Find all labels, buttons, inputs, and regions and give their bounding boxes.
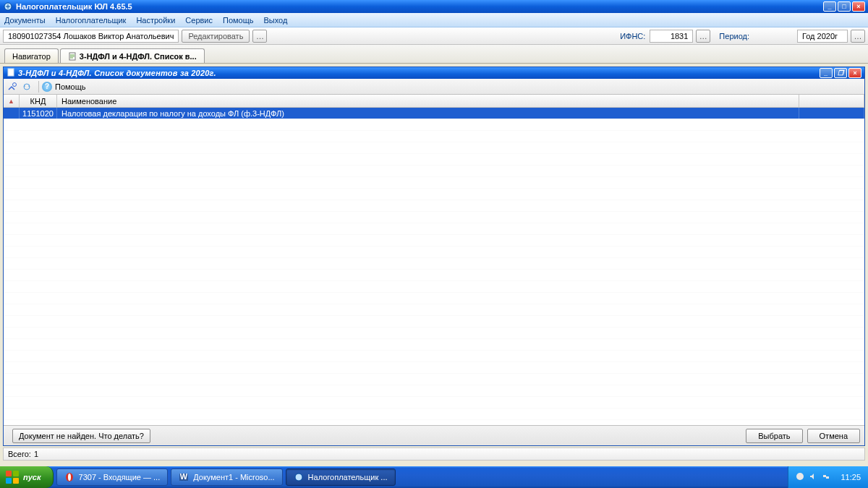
child-minimize-button[interactable]: _: [820, 68, 833, 78]
svg-rect-2: [8, 69, 14, 76]
window-title: Налогоплательщик ЮЛ 4.65.5: [16, 2, 132, 11]
child-window: 3-НДФЛ и 4-НДФЛ. Список документов за 20…: [3, 67, 865, 446]
refresh-icon[interactable]: [21, 81, 33, 93]
app-icon: [294, 472, 304, 482]
windows-taskbar: пуск 7307 - Входящие — ... W Документ1 -…: [0, 466, 868, 488]
menu-exit[interactable]: Выход: [264, 16, 288, 25]
menu-taxpayer[interactable]: Налогоплательщик: [56, 16, 127, 25]
clock[interactable]: 11:25: [841, 473, 861, 481]
system-tray: 11:25: [788, 466, 868, 488]
taxpayer-ellipsis-button[interactable]: …: [252, 30, 267, 43]
network-icon[interactable]: [822, 472, 832, 482]
menu-bar: Документы Налогоплательщик Настройки Сер…: [0, 13, 868, 27]
svg-point-4: [24, 84, 30, 90]
tab-ndfl[interactable]: 3-НДФЛ и 4-НДФЛ. Список в...: [60, 48, 205, 63]
taskbar-label: 7307 - Входящие — ...: [79, 473, 161, 481]
close-button[interactable]: ×: [852, 1, 865, 12]
svg-rect-11: [823, 475, 826, 477]
tray-icon[interactable]: [796, 472, 806, 482]
row-marker: [4, 108, 20, 119]
word-icon: W: [179, 472, 189, 482]
grid-body[interactable]: 1151020 Налоговая декларация по налогу н…: [4, 108, 864, 425]
taskbar-label: Документ1 - Microso...: [193, 473, 274, 481]
edit-button[interactable]: Редактировать: [182, 30, 250, 43]
grid-header: ▲ КНД Наименование: [4, 95, 864, 108]
svg-rect-12: [826, 476, 829, 479]
start-label: пуск: [23, 473, 41, 481]
app-icon: [3, 1, 13, 12]
info-strip: 180901027354 Лошаков Виктор Анатольевич …: [0, 27, 868, 45]
column-name[interactable]: Наименование: [57, 95, 799, 107]
tab-navigator-label: Навигатор: [12, 52, 51, 61]
child-restore-button[interactable]: ❐: [834, 68, 847, 78]
child-bottom-bar: Документ не найден. Что делать? Выбрать …: [4, 425, 864, 445]
document-icon: [7, 68, 15, 78]
cell-name: Налоговая декларация по налогу на доходы…: [57, 108, 799, 119]
find-icon[interactable]: [7, 81, 18, 93]
svg-point-3: [13, 82, 17, 86]
child-toolbar: ? Помощь: [4, 79, 864, 95]
ifns-ellipsis-button[interactable]: …: [696, 30, 710, 43]
table-row[interactable]: 1151020 Налоговая декларация по налогу н…: [4, 108, 864, 119]
tab-ndfl-label: 3-НДФЛ и 4-НДФЛ. Список в...: [80, 52, 197, 61]
maximize-button[interactable]: □: [838, 1, 851, 12]
tab-navigator[interactable]: Навигатор: [4, 48, 59, 63]
menu-service[interactable]: Сервис: [185, 16, 213, 25]
period-ellipsis-button[interactable]: …: [851, 30, 865, 43]
menu-settings[interactable]: Настройки: [136, 16, 175, 25]
taxpayer-text: 180901027354 Лошаков Виктор Анатольевич: [8, 32, 174, 40]
taxpayer-box[interactable]: 180901027354 Лошаков Виктор Анатольевич: [3, 30, 179, 43]
help-icon: ?: [42, 82, 52, 92]
child-title: 3-НДФЛ и 4-НДФЛ. Список документов за 20…: [18, 69, 216, 77]
taskbar-item-word[interactable]: W Документ1 - Microso...: [171, 468, 282, 486]
svg-point-9: [295, 474, 302, 481]
ifns-value: 1831: [671, 32, 688, 40]
select-button[interactable]: Выбрать: [746, 429, 802, 443]
ifns-value-box[interactable]: 1831: [650, 30, 693, 43]
child-close-button[interactable]: ×: [848, 68, 861, 78]
period-label: Период:: [719, 32, 749, 40]
help-label: Помощь: [55, 82, 86, 91]
windows-logo-icon: [6, 471, 19, 484]
menu-documents[interactable]: Документы: [4, 16, 46, 25]
tab-strip: Навигатор 3-НДФЛ и 4-НДФЛ. Список в...: [0, 45, 868, 64]
sort-indicator[interactable]: ▲: [4, 95, 20, 107]
cell-knd: 1151020: [20, 108, 57, 119]
svg-point-10: [796, 473, 804, 480]
ifns-label: ИФНС:: [620, 32, 645, 40]
help-button[interactable]: ? Помощь: [42, 82, 86, 92]
minimize-button[interactable]: _: [823, 1, 836, 12]
document-icon: [68, 52, 77, 61]
main-titlebar: Налогоплательщик ЮЛ 4.65.5 _ □ ×: [0, 0, 868, 13]
cancel-button[interactable]: Отмена: [807, 429, 860, 443]
doc-not-found-button[interactable]: Документ не найден. Что делать?: [12, 429, 150, 443]
document-grid: ▲ КНД Наименование 1151020 Налоговая дек…: [4, 95, 864, 425]
year-value: Год 2020г: [802, 32, 838, 40]
total-value: 1: [34, 450, 38, 458]
child-titlebar: 3-НДФЛ и 4-НДФЛ. Список документов за 20…: [4, 67, 864, 79]
menu-help[interactable]: Помощь: [223, 16, 254, 25]
volume-icon[interactable]: [809, 472, 819, 482]
year-box[interactable]: Год 2020г: [797, 30, 848, 43]
total-label: Всего:: [8, 450, 31, 458]
taskbar-label: Налогоплательщик ...: [308, 473, 388, 481]
start-button[interactable]: пуск: [0, 466, 54, 488]
taskbar-item-app[interactable]: Налогоплательщик ...: [286, 468, 396, 486]
opera-icon: [64, 472, 75, 482]
status-bar: Всего: 1: [3, 448, 865, 461]
column-spacer: [799, 95, 864, 107]
column-knd[interactable]: КНД: [20, 95, 57, 107]
taskbar-item-opera[interactable]: 7307 - Входящие — ...: [56, 468, 169, 486]
svg-point-6: [68, 474, 71, 481]
svg-text:W: W: [180, 472, 188, 481]
